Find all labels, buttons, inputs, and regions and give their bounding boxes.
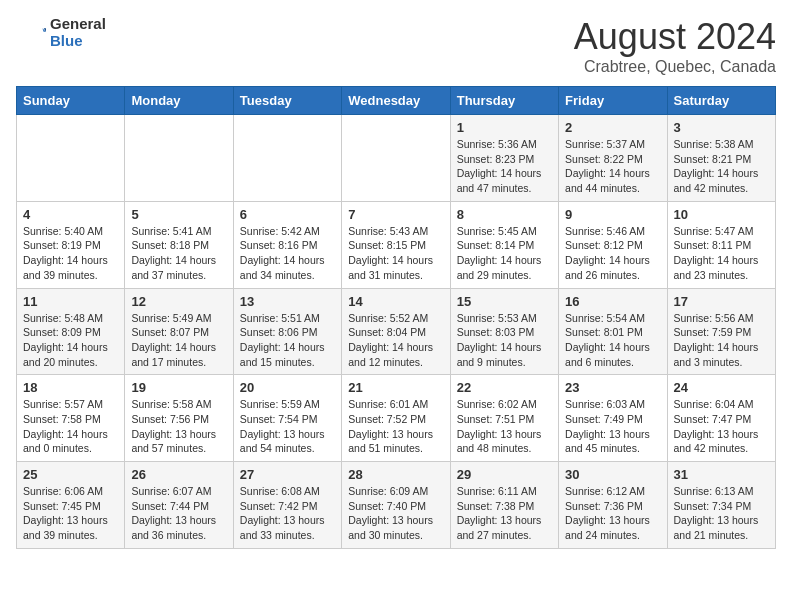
calendar-cell: 25Sunrise: 6:06 AM Sunset: 7:45 PM Dayli… <box>17 462 125 549</box>
day-info: Sunrise: 5:38 AM Sunset: 8:21 PM Dayligh… <box>674 137 769 196</box>
day-number: 7 <box>348 207 443 222</box>
calendar-cell <box>342 115 450 202</box>
day-info: Sunrise: 6:03 AM Sunset: 7:49 PM Dayligh… <box>565 397 660 456</box>
calendar-cell: 3Sunrise: 5:38 AM Sunset: 8:21 PM Daylig… <box>667 115 775 202</box>
week-row-1: 1Sunrise: 5:36 AM Sunset: 8:23 PM Daylig… <box>17 115 776 202</box>
day-number: 25 <box>23 467 118 482</box>
day-info: Sunrise: 6:11 AM Sunset: 7:38 PM Dayligh… <box>457 484 552 543</box>
day-number: 5 <box>131 207 226 222</box>
week-row-4: 18Sunrise: 5:57 AM Sunset: 7:58 PM Dayli… <box>17 375 776 462</box>
calendar-cell: 9Sunrise: 5:46 AM Sunset: 8:12 PM Daylig… <box>559 201 667 288</box>
calendar-body: 1Sunrise: 5:36 AM Sunset: 8:23 PM Daylig… <box>17 115 776 549</box>
calendar-cell: 29Sunrise: 6:11 AM Sunset: 7:38 PM Dayli… <box>450 462 558 549</box>
calendar-cell: 28Sunrise: 6:09 AM Sunset: 7:40 PM Dayli… <box>342 462 450 549</box>
day-number: 18 <box>23 380 118 395</box>
logo: General Blue <box>16 16 106 49</box>
day-number: 17 <box>674 294 769 309</box>
day-header-saturday: Saturday <box>667 87 775 115</box>
week-row-2: 4Sunrise: 5:40 AM Sunset: 8:19 PM Daylig… <box>17 201 776 288</box>
day-number: 14 <box>348 294 443 309</box>
day-number: 24 <box>674 380 769 395</box>
day-number: 6 <box>240 207 335 222</box>
main-title: August 2024 <box>574 16 776 58</box>
day-number: 26 <box>131 467 226 482</box>
calendar-cell: 15Sunrise: 5:53 AM Sunset: 8:03 PM Dayli… <box>450 288 558 375</box>
calendar-cell: 1Sunrise: 5:36 AM Sunset: 8:23 PM Daylig… <box>450 115 558 202</box>
calendar-cell <box>233 115 341 202</box>
header: General Blue August 2024 Crabtree, Quebe… <box>16 16 776 76</box>
day-header-tuesday: Tuesday <box>233 87 341 115</box>
day-number: 30 <box>565 467 660 482</box>
logo-text: General Blue <box>50 16 106 49</box>
logo-svg <box>16 18 46 48</box>
day-info: Sunrise: 6:06 AM Sunset: 7:45 PM Dayligh… <box>23 484 118 543</box>
calendar-header: SundayMondayTuesdayWednesdayThursdayFrid… <box>17 87 776 115</box>
header-row: SundayMondayTuesdayWednesdayThursdayFrid… <box>17 87 776 115</box>
day-number: 3 <box>674 120 769 135</box>
day-info: Sunrise: 5:36 AM Sunset: 8:23 PM Dayligh… <box>457 137 552 196</box>
calendar-cell: 6Sunrise: 5:42 AM Sunset: 8:16 PM Daylig… <box>233 201 341 288</box>
day-info: Sunrise: 5:43 AM Sunset: 8:15 PM Dayligh… <box>348 224 443 283</box>
calendar-table: SundayMondayTuesdayWednesdayThursdayFrid… <box>16 86 776 549</box>
calendar-cell: 23Sunrise: 6:03 AM Sunset: 7:49 PM Dayli… <box>559 375 667 462</box>
day-number: 2 <box>565 120 660 135</box>
day-number: 1 <box>457 120 552 135</box>
day-number: 31 <box>674 467 769 482</box>
calendar-cell: 4Sunrise: 5:40 AM Sunset: 8:19 PM Daylig… <box>17 201 125 288</box>
calendar-cell: 30Sunrise: 6:12 AM Sunset: 7:36 PM Dayli… <box>559 462 667 549</box>
day-number: 19 <box>131 380 226 395</box>
day-header-wednesday: Wednesday <box>342 87 450 115</box>
calendar-cell: 22Sunrise: 6:02 AM Sunset: 7:51 PM Dayli… <box>450 375 558 462</box>
day-info: Sunrise: 5:41 AM Sunset: 8:18 PM Dayligh… <box>131 224 226 283</box>
day-number: 29 <box>457 467 552 482</box>
day-info: Sunrise: 6:08 AM Sunset: 7:42 PM Dayligh… <box>240 484 335 543</box>
day-number: 13 <box>240 294 335 309</box>
week-row-5: 25Sunrise: 6:06 AM Sunset: 7:45 PM Dayli… <box>17 462 776 549</box>
calendar-cell: 17Sunrise: 5:56 AM Sunset: 7:59 PM Dayli… <box>667 288 775 375</box>
day-number: 22 <box>457 380 552 395</box>
day-info: Sunrise: 5:57 AM Sunset: 7:58 PM Dayligh… <box>23 397 118 456</box>
day-info: Sunrise: 5:40 AM Sunset: 8:19 PM Dayligh… <box>23 224 118 283</box>
day-number: 20 <box>240 380 335 395</box>
day-number: 21 <box>348 380 443 395</box>
day-number: 28 <box>348 467 443 482</box>
calendar-cell: 11Sunrise: 5:48 AM Sunset: 8:09 PM Dayli… <box>17 288 125 375</box>
day-header-sunday: Sunday <box>17 87 125 115</box>
day-header-friday: Friday <box>559 87 667 115</box>
day-number: 8 <box>457 207 552 222</box>
day-info: Sunrise: 5:48 AM Sunset: 8:09 PM Dayligh… <box>23 311 118 370</box>
calendar-cell: 5Sunrise: 5:41 AM Sunset: 8:18 PM Daylig… <box>125 201 233 288</box>
day-info: Sunrise: 6:02 AM Sunset: 7:51 PM Dayligh… <box>457 397 552 456</box>
subtitle: Crabtree, Quebec, Canada <box>574 58 776 76</box>
calendar-cell: 13Sunrise: 5:51 AM Sunset: 8:06 PM Dayli… <box>233 288 341 375</box>
day-info: Sunrise: 6:09 AM Sunset: 7:40 PM Dayligh… <box>348 484 443 543</box>
calendar-cell: 19Sunrise: 5:58 AM Sunset: 7:56 PM Dayli… <box>125 375 233 462</box>
title-section: August 2024 Crabtree, Quebec, Canada <box>574 16 776 76</box>
calendar-cell: 10Sunrise: 5:47 AM Sunset: 8:11 PM Dayli… <box>667 201 775 288</box>
calendar-cell: 7Sunrise: 5:43 AM Sunset: 8:15 PM Daylig… <box>342 201 450 288</box>
day-number: 27 <box>240 467 335 482</box>
calendar-cell: 16Sunrise: 5:54 AM Sunset: 8:01 PM Dayli… <box>559 288 667 375</box>
day-info: Sunrise: 6:13 AM Sunset: 7:34 PM Dayligh… <box>674 484 769 543</box>
day-number: 4 <box>23 207 118 222</box>
calendar-cell <box>17 115 125 202</box>
day-info: Sunrise: 5:59 AM Sunset: 7:54 PM Dayligh… <box>240 397 335 456</box>
day-info: Sunrise: 6:04 AM Sunset: 7:47 PM Dayligh… <box>674 397 769 456</box>
week-row-3: 11Sunrise: 5:48 AM Sunset: 8:09 PM Dayli… <box>17 288 776 375</box>
day-info: Sunrise: 5:51 AM Sunset: 8:06 PM Dayligh… <box>240 311 335 370</box>
day-info: Sunrise: 5:37 AM Sunset: 8:22 PM Dayligh… <box>565 137 660 196</box>
day-number: 15 <box>457 294 552 309</box>
logo-blue: Blue <box>50 33 106 50</box>
day-number: 12 <box>131 294 226 309</box>
day-info: Sunrise: 5:46 AM Sunset: 8:12 PM Dayligh… <box>565 224 660 283</box>
day-header-thursday: Thursday <box>450 87 558 115</box>
day-info: Sunrise: 5:58 AM Sunset: 7:56 PM Dayligh… <box>131 397 226 456</box>
day-number: 16 <box>565 294 660 309</box>
calendar-cell: 26Sunrise: 6:07 AM Sunset: 7:44 PM Dayli… <box>125 462 233 549</box>
day-info: Sunrise: 5:49 AM Sunset: 8:07 PM Dayligh… <box>131 311 226 370</box>
day-info: Sunrise: 6:01 AM Sunset: 7:52 PM Dayligh… <box>348 397 443 456</box>
calendar-cell: 8Sunrise: 5:45 AM Sunset: 8:14 PM Daylig… <box>450 201 558 288</box>
day-info: Sunrise: 5:53 AM Sunset: 8:03 PM Dayligh… <box>457 311 552 370</box>
logo-general: General <box>50 16 106 33</box>
day-info: Sunrise: 5:56 AM Sunset: 7:59 PM Dayligh… <box>674 311 769 370</box>
